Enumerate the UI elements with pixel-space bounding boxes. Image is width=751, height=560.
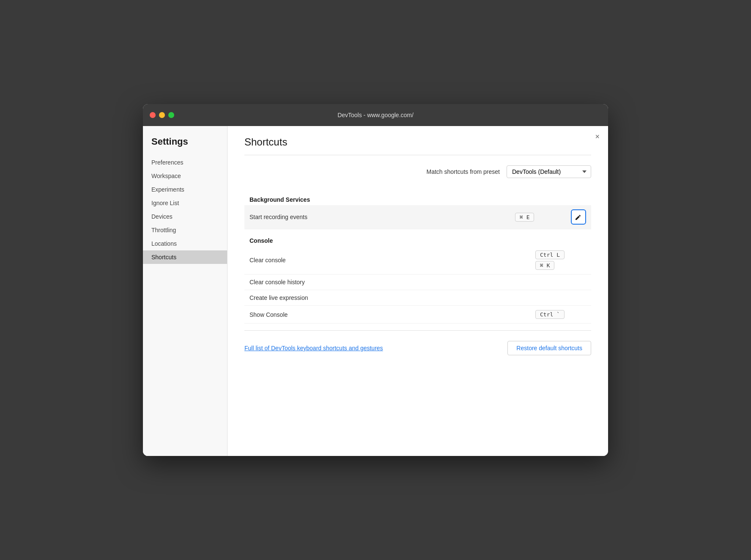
shortcut-keys-start-recording: ⌘ E xyxy=(515,213,566,222)
sidebar-item-throttling[interactable]: Throttling xyxy=(143,223,227,237)
titlebar: DevTools - www.google.com/ xyxy=(143,104,608,126)
sidebar-item-experiments[interactable]: Experiments xyxy=(143,183,227,196)
shortcut-name-clear-console: Clear console xyxy=(249,257,535,264)
shortcut-name-show-console: Show Console xyxy=(249,311,535,318)
shortcut-row-clear-console-history: Clear console history xyxy=(244,275,591,290)
close-traffic-light[interactable] xyxy=(150,112,156,118)
section-background-services: Background Services Start recording even… xyxy=(244,192,591,229)
close-button[interactable]: × xyxy=(595,133,600,140)
full-list-link[interactable]: Full list of DevTools keyboard shortcuts… xyxy=(244,345,383,351)
window-title: DevTools - www.google.com/ xyxy=(337,112,414,118)
shortcut-name-create-live-expression: Create live expression xyxy=(249,294,535,301)
preset-label: Match shortcuts from preset xyxy=(426,168,500,175)
key-badge-cmd-e: ⌘ E xyxy=(515,213,534,222)
restore-defaults-button[interactable]: Restore default shortcuts xyxy=(507,341,591,355)
shortcut-row-create-live-expression: Create live expression xyxy=(244,290,591,306)
sidebar-item-shortcuts[interactable]: Shortcuts xyxy=(143,250,227,264)
page-title: Shortcuts xyxy=(244,136,591,148)
sidebar-item-devices[interactable]: Devices xyxy=(143,210,227,223)
fullscreen-traffic-light[interactable] xyxy=(168,112,174,118)
section-heading-background-services: Background Services xyxy=(244,192,591,205)
minimize-traffic-light[interactable] xyxy=(159,112,165,118)
key-badge-cmd-k: ⌘ K xyxy=(535,261,554,270)
sidebar-item-ignore-list[interactable]: Ignore List xyxy=(143,196,227,210)
sidebar: Settings Preferences Workspace Experimen… xyxy=(143,126,227,456)
preset-select[interactable]: DevTools (Default) Visual Studio Code xyxy=(507,165,591,178)
sidebar-item-locations[interactable]: Locations xyxy=(143,237,227,250)
shortcut-row-show-console: Show Console Ctrl ` xyxy=(244,306,591,324)
section-console: Console Clear console Ctrl L ⌘ K Clear c… xyxy=(244,233,591,324)
title-divider xyxy=(244,155,591,155)
shortcut-row-start-recording: Start recording events ⌘ E xyxy=(244,205,591,229)
section-heading-console: Console xyxy=(244,233,591,246)
sidebar-title: Settings xyxy=(143,136,227,156)
main-content: × Shortcuts Match shortcuts from preset … xyxy=(227,126,608,456)
preset-row: Match shortcuts from preset DevTools (De… xyxy=(244,165,591,178)
sidebar-item-preferences[interactable]: Preferences xyxy=(143,156,227,169)
traffic-lights xyxy=(150,112,174,118)
pencil-icon xyxy=(575,213,582,221)
footer-row: Full list of DevTools keyboard shortcuts… xyxy=(244,330,591,359)
shortcut-keys-clear-console: Ctrl L ⌘ K xyxy=(535,250,586,270)
window-content: Settings Preferences Workspace Experimen… xyxy=(143,126,608,456)
key-badge-ctrl-l: Ctrl L xyxy=(535,250,565,259)
devtools-window: DevTools - www.google.com/ Settings Pref… xyxy=(143,104,608,456)
key-badge-ctrl-backtick: Ctrl ` xyxy=(535,310,565,319)
sidebar-item-workspace[interactable]: Workspace xyxy=(143,169,227,183)
shortcut-row-clear-console: Clear console Ctrl L ⌘ K xyxy=(244,246,591,275)
edit-button-start-recording[interactable] xyxy=(571,209,586,225)
shortcut-keys-show-console: Ctrl ` xyxy=(535,310,586,319)
shortcut-name-clear-console-history: Clear console history xyxy=(249,279,535,285)
shortcut-name-start-recording: Start recording events xyxy=(249,214,515,220)
